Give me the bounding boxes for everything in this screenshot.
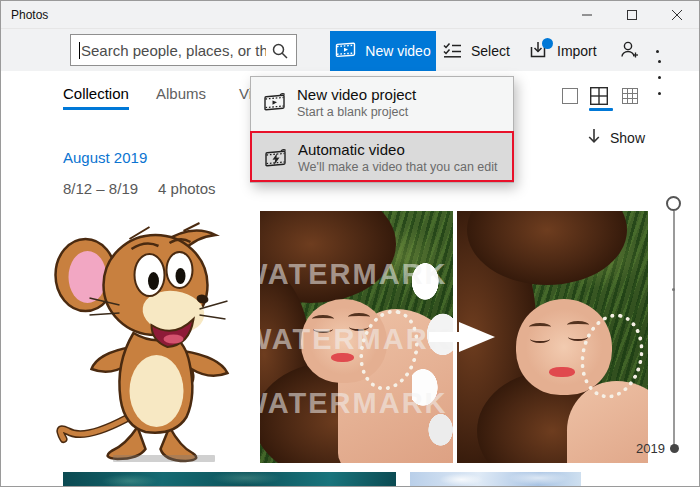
- new-video-label: New video: [365, 43, 430, 59]
- closed-eye: [530, 335, 550, 343]
- view-size-large-button[interactable]: [562, 88, 578, 107]
- import-button[interactable]: Import: [528, 31, 597, 71]
- photo-tile-sky[interactable]: [410, 472, 581, 487]
- close-icon: [672, 10, 682, 20]
- photo-tile-teal[interactable]: [63, 472, 396, 487]
- import-notification-dot: [542, 38, 553, 49]
- search-icon: [271, 42, 289, 64]
- tab-collection[interactable]: Collection: [63, 85, 129, 110]
- comparison-arrow-head: [459, 322, 495, 352]
- timeline-track[interactable]: [673, 211, 675, 448]
- select-icon: [442, 41, 462, 62]
- arrow-down-icon: [587, 128, 601, 147]
- eyebrow: [567, 321, 589, 329]
- single-square-icon: [562, 88, 578, 104]
- maximize-icon: [627, 10, 637, 20]
- photo-tile-jerry[interactable]: [3, 211, 258, 463]
- search-box[interactable]: [70, 34, 297, 66]
- group-date-range: 8/12 – 8/19: [63, 180, 138, 197]
- new-video-dropdown: New video project Start a blank project …: [250, 76, 514, 183]
- active-view-underline: [589, 108, 613, 111]
- more-icon: [656, 50, 659, 53]
- menu-item-subtitle: Start a blank project: [297, 104, 503, 120]
- menu-item-title: New video project: [297, 85, 503, 104]
- photo-tile-comparison[interactable]: WATERMARK WATERMARK WATERMARK: [260, 211, 648, 463]
- timeline-year-dot: [670, 444, 679, 453]
- group-title: August 2019: [63, 149, 147, 166]
- comparison-arrow: [429, 332, 461, 342]
- search-input[interactable]: [71, 35, 296, 65]
- minimize-icon: [582, 10, 592, 20]
- eyebrow: [529, 323, 551, 331]
- window-controls: [564, 1, 699, 29]
- grid-3x3-icon: [622, 88, 638, 104]
- timeline-year-label: 2019: [631, 441, 665, 456]
- menu-item-subtitle: We'll make a video that you can edit: [298, 159, 502, 175]
- eyebrow: [312, 315, 334, 323]
- person-add-icon: [618, 39, 640, 64]
- new-video-button[interactable]: New video: [330, 31, 436, 71]
- maximize-button[interactable]: [609, 1, 654, 28]
- timeline-scrubber-handle[interactable]: [666, 196, 681, 211]
- menu-item-title: Automatic video: [298, 140, 502, 159]
- minimize-button[interactable]: [564, 1, 609, 28]
- grid-2x2-icon: [590, 87, 608, 105]
- watermark-text: WATERMARK: [260, 387, 448, 420]
- tab-albums[interactable]: Albums: [156, 85, 206, 107]
- group-meta: 8/12 – 8/194 photos: [63, 180, 216, 197]
- timeline-tick: [672, 288, 675, 291]
- close-button[interactable]: [654, 1, 699, 28]
- eyebrow: [348, 313, 370, 321]
- new-video-icon: [335, 41, 357, 62]
- show-label: Show: [610, 130, 645, 146]
- photo-before-watermarked: WATERMARK WATERMARK WATERMARK: [260, 211, 453, 463]
- title-bar: Photos: [1, 1, 699, 29]
- jerry-mouse-cartoon: [31, 213, 236, 463]
- filmstrip-flash-icon: [264, 148, 288, 174]
- view-size-small-button[interactable]: [622, 88, 638, 107]
- photos-app-window: Photos New video: [0, 0, 700, 487]
- filmstrip-play-icon: [263, 92, 287, 118]
- menu-item-automatic-video[interactable]: Automatic video We'll make a video that …: [250, 131, 514, 182]
- app-title: Photos: [11, 1, 48, 29]
- select-label: Select: [471, 43, 510, 59]
- image-watermark-strip: [113, 455, 215, 462]
- show-button[interactable]: Show: [587, 128, 645, 147]
- account-button[interactable]: [618, 31, 640, 71]
- toolbar: New video Select Import: [1, 29, 699, 71]
- select-button[interactable]: Select: [442, 31, 510, 71]
- group-photo-count: 4 photos: [158, 180, 216, 197]
- import-label: Import: [557, 43, 597, 59]
- watermark-text: WATERMARK: [260, 323, 452, 356]
- see-more-button[interactable]: [653, 31, 661, 71]
- lips: [549, 367, 575, 377]
- view-size-medium-button[interactable]: [590, 87, 608, 108]
- text-caret: [79, 42, 80, 59]
- menu-item-new-video-project[interactable]: New video project Start a blank project: [251, 77, 513, 131]
- watermark-text: WATERMARK: [260, 258, 448, 291]
